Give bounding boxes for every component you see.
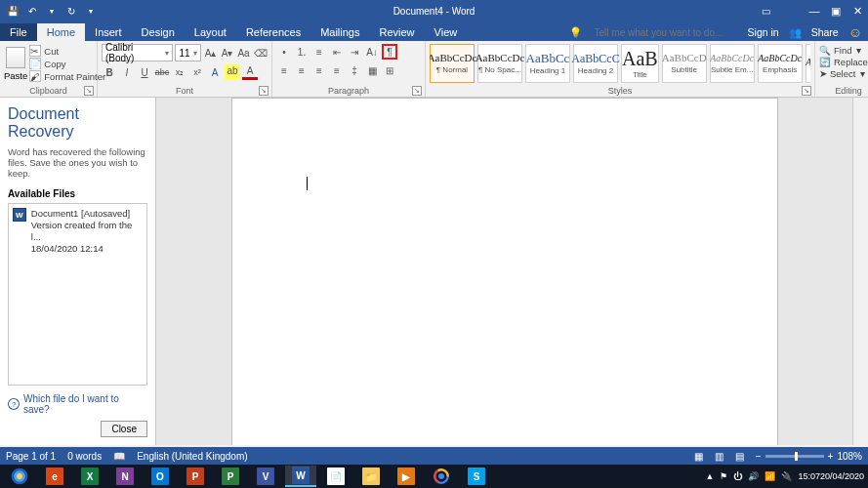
- shading-button[interactable]: ▦: [364, 62, 380, 78]
- grow-font-button[interactable]: A▴: [203, 45, 218, 61]
- change-case-button[interactable]: Aa: [236, 45, 251, 61]
- tab-view[interactable]: View: [425, 23, 468, 41]
- align-right-button[interactable]: ≡: [311, 62, 327, 78]
- bullets-button[interactable]: •: [276, 44, 292, 60]
- styles-launcher[interactable]: ↘: [802, 86, 811, 96]
- clear-formatting-button[interactable]: ⌫: [253, 45, 268, 61]
- paragraph-launcher[interactable]: ↘: [412, 86, 422, 96]
- zoom-level[interactable]: 108%: [837, 451, 862, 462]
- tab-home[interactable]: Home: [37, 23, 85, 41]
- styles-gallery[interactable]: AaBbCcDc¶ NormalAaBbCcDc¶ No Spac...AaBb…: [430, 44, 810, 83]
- visio-icon[interactable]: V: [250, 466, 281, 487]
- shrink-font-button[interactable]: A▾: [220, 45, 234, 61]
- align-center-button[interactable]: ≡: [294, 62, 310, 78]
- style-subtitle[interactable]: AaBbCcDSubtitle: [662, 44, 707, 83]
- tray-icon[interactable]: 🔊: [748, 471, 759, 481]
- tray-icon[interactable]: 🔌: [781, 471, 792, 481]
- excel-icon[interactable]: X: [74, 466, 105, 487]
- line-spacing-button[interactable]: ‡: [347, 62, 362, 78]
- folder-icon[interactable]: 📁: [355, 466, 387, 487]
- decrease-indent-button[interactable]: ⇤: [329, 44, 345, 60]
- style-heading-1[interactable]: AaBbCcHeading 1: [525, 44, 570, 83]
- minimize-button[interactable]: —: [804, 0, 825, 21]
- read-mode-icon[interactable]: ▦: [694, 451, 703, 462]
- multilevel-button[interactable]: ≡: [311, 44, 327, 60]
- undo-icon[interactable]: ↶: [25, 4, 39, 18]
- zoom-in-button[interactable]: +: [828, 451, 834, 462]
- find-button[interactable]: 🔍Find▾: [819, 45, 868, 56]
- ribbon-display-options-icon[interactable]: ▭: [762, 6, 770, 17]
- tab-mailings[interactable]: Mailings: [310, 23, 369, 41]
- tray-icon[interactable]: ⚑: [720, 471, 727, 481]
- italic-button[interactable]: I: [119, 64, 135, 80]
- tray-time[interactable]: 15:07: [798, 471, 820, 481]
- explorer-icon[interactable]: 📄: [320, 466, 351, 487]
- chrome-icon[interactable]: [426, 466, 457, 487]
- underline-button[interactable]: U: [137, 64, 152, 80]
- zoom-slider[interactable]: [765, 455, 824, 458]
- page-number-status[interactable]: Page 1 of 1: [6, 451, 56, 462]
- subscript-button[interactable]: x₂: [172, 64, 187, 80]
- ie-icon[interactable]: e: [39, 466, 70, 487]
- style-emphasis[interactable]: AaBbCcDcEmphasis: [758, 44, 803, 83]
- align-left-button[interactable]: ≡: [276, 62, 292, 78]
- style-more[interactable]: AaBbCcDc: [806, 44, 810, 83]
- select-button[interactable]: ➤Select▾: [819, 68, 868, 79]
- sort-button[interactable]: A↓: [364, 44, 380, 60]
- copy-button[interactable]: 📄Copy: [29, 58, 105, 69]
- undo-dropdown[interactable]: ▾: [45, 4, 59, 18]
- vertical-scrollbar[interactable]: [852, 98, 868, 445]
- font-color-button[interactable]: A: [242, 64, 258, 80]
- font-launcher[interactable]: ↘: [259, 86, 269, 96]
- tray-icon[interactable]: 📶: [765, 471, 775, 481]
- superscript-button[interactable]: x²: [189, 64, 205, 80]
- maximize-button[interactable]: ▣: [825, 0, 847, 21]
- style-heading-2[interactable]: AaBbCcCHeading 2: [573, 44, 618, 83]
- numbering-button[interactable]: 1.: [294, 44, 310, 60]
- skype-icon[interactable]: S: [461, 466, 492, 487]
- cut-button[interactable]: ✂Cut: [29, 45, 105, 57]
- start-button[interactable]: [4, 466, 35, 487]
- close-button[interactable]: ✕: [847, 0, 868, 21]
- tellme-input[interactable]: [592, 23, 738, 41]
- redo-icon[interactable]: ↻: [64, 4, 78, 18]
- pilcrow-button[interactable]: ¶: [382, 44, 397, 60]
- vlc-icon[interactable]: ▶: [391, 466, 422, 487]
- tab-file[interactable]: File: [0, 23, 37, 41]
- zoom-out-button[interactable]: −: [756, 451, 762, 462]
- which-file-link[interactable]: ? Which file do I want to save?: [8, 393, 147, 415]
- document-page[interactable]: [231, 98, 778, 445]
- tab-insert[interactable]: Insert: [85, 23, 132, 41]
- word-icon[interactable]: W: [285, 466, 316, 487]
- tab-layout[interactable]: Layout: [185, 23, 236, 41]
- tab-review[interactable]: Review: [370, 23, 425, 41]
- language-status[interactable]: English (United Kingdom): [137, 451, 247, 462]
- save-icon[interactable]: 💾: [6, 4, 20, 18]
- style-title[interactable]: AaBTitle: [621, 44, 659, 83]
- print-layout-icon[interactable]: ▥: [715, 451, 723, 462]
- recovery-close-button[interactable]: Close: [101, 421, 147, 437]
- replace-button[interactable]: 🔄Replace: [819, 57, 868, 67]
- justify-button[interactable]: ≡: [329, 62, 345, 78]
- bold-button[interactable]: B: [102, 64, 117, 80]
- signin-link[interactable]: Sign in: [748, 26, 779, 38]
- borders-button[interactable]: ⊞: [382, 62, 397, 78]
- tray-icon[interactable]: ⏻: [733, 471, 742, 481]
- proofing-icon[interactable]: 📖: [113, 451, 125, 462]
- clipboard-launcher[interactable]: ↘: [84, 86, 94, 96]
- onenote-icon[interactable]: N: [109, 466, 141, 487]
- paste-button[interactable]: Paste: [4, 44, 27, 83]
- increase-indent-button[interactable]: ⇥: [347, 44, 362, 60]
- web-layout-icon[interactable]: ▤: [735, 451, 744, 462]
- strike-button[interactable]: abc: [154, 64, 170, 80]
- style--no-spac-[interactable]: AaBbCcDc¶ No Spac...: [477, 44, 522, 83]
- tab-design[interactable]: Design: [132, 23, 185, 41]
- publisher-icon[interactable]: P: [215, 466, 246, 487]
- tray-icon[interactable]: ▲: [706, 471, 715, 481]
- outlook-icon[interactable]: O: [145, 466, 176, 487]
- qat-customize[interactable]: ▾: [84, 4, 98, 18]
- document-area[interactable]: [156, 98, 852, 445]
- style--normal[interactable]: AaBbCcDc¶ Normal: [430, 44, 475, 83]
- tray-date[interactable]: 20/04/2020: [820, 471, 864, 481]
- recovered-file-item[interactable]: W Document1 [Autosaved] Version created …: [13, 208, 143, 255]
